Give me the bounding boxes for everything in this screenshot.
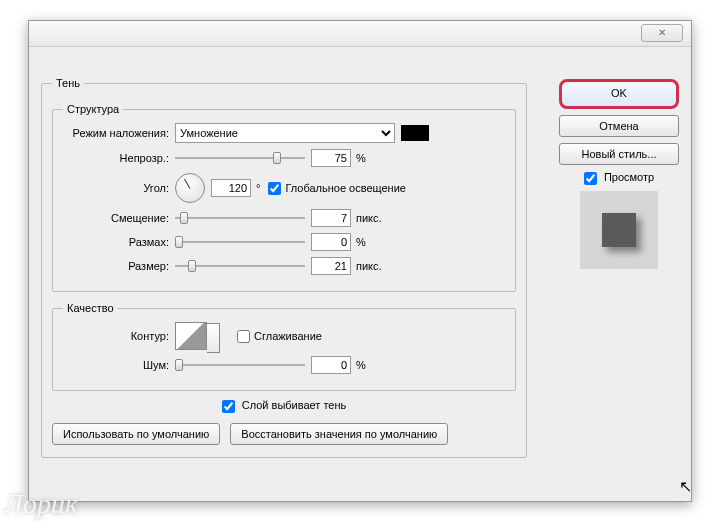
dialog-body: Тень Структура Режим наложения: Умножени… bbox=[29, 47, 691, 501]
angle-input[interactable]: 120 bbox=[211, 179, 251, 197]
spread-unit: % bbox=[356, 236, 366, 248]
shadow-legend: Тень bbox=[52, 77, 84, 89]
noise-label: Шум: bbox=[63, 359, 175, 371]
quality-legend: Качество bbox=[63, 302, 118, 314]
shadow-fieldset: Тень Структура Режим наложения: Умножени… bbox=[41, 77, 527, 458]
blend-mode-label: Режим наложения: bbox=[63, 127, 175, 139]
quality-fieldset: Качество Контур: Сглаживание Шум: 0 % bbox=[52, 302, 516, 391]
cursor-icon: ↖ bbox=[679, 477, 692, 496]
preview-label: Просмотр bbox=[604, 171, 654, 183]
ok-button[interactable]: OK bbox=[559, 79, 679, 109]
spread-input[interactable]: 0 bbox=[311, 233, 351, 251]
preview-checkbox[interactable] bbox=[584, 172, 597, 185]
contour-label: Контур: bbox=[63, 330, 175, 342]
titlebar: ✕ bbox=[29, 21, 691, 47]
global-light-checkbox[interactable] bbox=[268, 182, 281, 195]
layer-knockout-row: Слой выбивает тень bbox=[52, 399, 516, 413]
global-light-label: Глобальное освещение bbox=[285, 182, 406, 194]
use-default-button[interactable]: Использовать по умолчанию bbox=[52, 423, 220, 445]
offset-unit: пикс. bbox=[356, 212, 382, 224]
noise-input[interactable]: 0 bbox=[311, 356, 351, 374]
cancel-button[interactable]: Отмена bbox=[559, 115, 679, 137]
noise-unit: % bbox=[356, 359, 366, 371]
right-column: OK Отмена Новый стиль... Просмотр bbox=[559, 79, 679, 269]
offset-slider[interactable] bbox=[175, 211, 305, 225]
offset-input[interactable]: 7 bbox=[311, 209, 351, 227]
spread-slider[interactable] bbox=[175, 235, 305, 249]
opacity-unit: % bbox=[356, 152, 366, 164]
blend-mode-select[interactable]: Умножение bbox=[175, 123, 395, 143]
contour-picker[interactable] bbox=[175, 322, 207, 350]
opacity-input[interactable]: 75 bbox=[311, 149, 351, 167]
opacity-label: Непрозр.: bbox=[63, 152, 175, 164]
opacity-slider[interactable] bbox=[175, 151, 305, 165]
close-button[interactable]: ✕ bbox=[641, 24, 683, 42]
preview-box bbox=[580, 191, 658, 269]
layer-knockout-checkbox[interactable] bbox=[222, 400, 235, 413]
structure-fieldset: Структура Режим наложения: Умножение Неп… bbox=[52, 103, 516, 292]
angle-label: Угол: bbox=[63, 182, 175, 194]
structure-legend: Структура bbox=[63, 103, 123, 115]
antialias-label: Сглаживание bbox=[254, 330, 322, 342]
angle-unit: ° bbox=[256, 182, 260, 194]
offset-label: Смещение: bbox=[63, 212, 175, 224]
noise-slider[interactable] bbox=[175, 358, 305, 372]
restore-default-button[interactable]: Восстановить значения по умолчанию bbox=[230, 423, 448, 445]
size-label: Размер: bbox=[63, 260, 175, 272]
new-style-button[interactable]: Новый стиль... bbox=[559, 143, 679, 165]
size-slider[interactable] bbox=[175, 259, 305, 273]
size-unit: пикс. bbox=[356, 260, 382, 272]
antialias-checkbox[interactable] bbox=[237, 330, 250, 343]
color-swatch[interactable] bbox=[401, 125, 429, 141]
layer-knockout-label: Слой выбивает тень bbox=[242, 399, 347, 411]
spread-label: Размах: bbox=[63, 236, 175, 248]
angle-dial[interactable] bbox=[175, 173, 205, 203]
dialog-window: ✕ Тень Структура Режим наложения: Умноже… bbox=[28, 20, 692, 502]
preview-swatch bbox=[602, 213, 636, 247]
size-input[interactable]: 21 bbox=[311, 257, 351, 275]
watermark: Лорик bbox=[4, 488, 78, 520]
